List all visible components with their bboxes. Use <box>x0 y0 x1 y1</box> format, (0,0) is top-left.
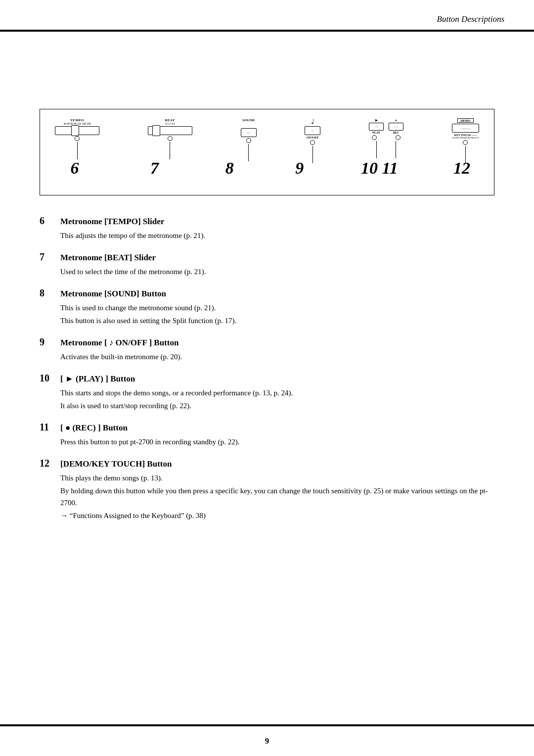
desc-num-6: 6 <box>40 215 54 227</box>
diag-num-6: 6 <box>60 159 89 178</box>
tempo-dot <box>75 136 80 141</box>
rec-label-top: ● <box>395 119 397 122</box>
desc-body-8: This is used to change the metronome sou… <box>40 302 494 327</box>
diagram-numbers-row: 6 7 8 9 10 11 12 <box>55 159 479 178</box>
tempo-knob[interactable] <box>71 125 79 136</box>
beat-label: BEAT <box>165 118 176 122</box>
demo-button[interactable]: ———— <box>452 124 479 133</box>
desc-num-8: 8 <box>40 287 54 299</box>
header: Button Descriptions <box>0 0 534 30</box>
desc-text-10-0: This starts and stops the demo songs, or… <box>60 387 494 399</box>
desc-item-9: 9 Metronome [ ♪ ON/OFF ] Button Activate… <box>40 336 494 363</box>
desc-num-10: 10 <box>40 373 54 384</box>
diagram-section-12: DEMO ———— KEY TOUCH —— LIGHT MEDIUM HEAV… <box>452 118 479 163</box>
sound-dot <box>246 138 251 143</box>
rec-button[interactable]: — <box>389 123 403 131</box>
sound-label: SOUND <box>242 118 255 122</box>
page-number: 9 <box>265 736 269 746</box>
desc-text-11-0: Press this button to put pt-2700 in reco… <box>60 436 494 448</box>
desc-body-10: This starts and stops the demo songs, or… <box>40 387 494 412</box>
key-touch-scale: LIGHT MEDIUM HEAVY <box>452 137 479 139</box>
beat-scale: 0 2 3 4 6 <box>165 122 175 125</box>
desc-num-11: 11 <box>40 422 54 433</box>
desc-header-10: 10 [ ► (PLAY) ] Button <box>40 373 494 384</box>
desc-body-12: This plays the demo songs (p. 13). By ho… <box>40 472 494 521</box>
diag-num-7: 7 <box>140 159 170 178</box>
onoff-dot <box>310 140 315 145</box>
desc-title-7: Metronome [BEAT] Slider <box>60 253 156 263</box>
demo-dot <box>463 140 468 145</box>
diagram-section-10-11: ▶ — PLAY ● — REC <box>369 118 403 158</box>
desc-item-8: 8 Metronome [SOUND] Button This is used … <box>40 287 494 327</box>
desc-item-10: 10 [ ► (PLAY) ] Button This starts and s… <box>40 373 494 412</box>
tempo-slider[interactable] <box>55 126 99 135</box>
onoff-label: ON/OFF <box>307 136 319 139</box>
diagram-section-6: TEMPO 40 60 80 96 120 168 208 <box>55 118 99 159</box>
desc-title-11: [ ● (REC) ] Button <box>60 423 128 433</box>
desc-text-9-0: Activates the built-in metronome (p. 20)… <box>60 351 494 363</box>
desc-body-9: Activates the built-in metronome (p. 20)… <box>40 351 494 363</box>
beat-knob[interactable] <box>152 125 160 136</box>
desc-text-8-0: This is used to change the metronome sou… <box>60 302 494 314</box>
desc-item-6: 6 Metronome [TEMPO] Slider This adjusts … <box>40 215 494 241</box>
desc-text-10-1: It also is used to start/stop recording … <box>60 400 494 412</box>
sound-connector <box>248 144 249 161</box>
desc-header-6: 6 Metronome [TEMPO] Slider <box>40 215 494 227</box>
diag-num-10-11: 10 11 <box>359 159 399 178</box>
beat-dot <box>168 136 173 141</box>
desc-header-11: 11 [ ● (REC) ] Button <box>40 422 494 433</box>
desc-body-7: Used to select the time of the metronome… <box>40 266 494 278</box>
descriptions-list: 6 Metronome [TEMPO] Slider This adjusts … <box>40 215 494 521</box>
play-connector <box>376 141 377 158</box>
metronome-icon: ♩ <box>311 118 314 125</box>
desc-header-8: 8 Metronome [SOUND] Button <box>40 287 494 299</box>
desc-body-11: Press this button to put pt-2700 in reco… <box>40 436 494 448</box>
play-dot <box>372 135 377 140</box>
desc-text-8-1: This button is also used in setting the … <box>60 315 494 327</box>
desc-text-12-1: By holding down this button while you th… <box>60 485 494 509</box>
demo-box-label: DEMO <box>457 118 473 123</box>
desc-text-7-0: Used to select the time of the metronome… <box>60 266 494 278</box>
diagram-section-7: BEAT 0 2 3 4 6 <box>148 118 192 159</box>
desc-title-9: Metronome [ ♪ ON/OFF ] Button <box>60 338 178 348</box>
play-label-top: ▶ <box>375 118 378 122</box>
diag-num-12: 12 <box>449 159 474 178</box>
desc-num-9: 9 <box>40 336 54 348</box>
desc-text-12-0: This plays the demo songs (p. 13). <box>60 472 494 484</box>
diag-num-8: 8 <box>220 159 239 178</box>
desc-item-12: 12 [DEMO/KEY TOUCH] Button This plays th… <box>40 458 494 521</box>
rec-dot <box>396 135 400 140</box>
desc-header-9: 9 Metronome [ ♪ ON/OFF ] Button <box>40 336 494 348</box>
diagram-container: TEMPO 40 60 80 96 120 168 208 BEAT 0 2 3… <box>40 109 494 195</box>
play-button[interactable]: — <box>369 123 384 131</box>
diagram-section-8: SOUND — <box>241 118 257 161</box>
sound-button[interactable]: — <box>241 128 257 137</box>
onoff-connector <box>312 146 313 163</box>
desc-body-6: This adjusts the tempo of the metronome … <box>40 230 494 241</box>
onoff-button[interactable]: — <box>305 126 320 135</box>
desc-title-12: [DEMO/KEY TOUCH] Button <box>60 459 172 469</box>
rec-connector <box>396 141 396 158</box>
desc-text-6-0: This adjusts the tempo of the metronome … <box>60 230 494 241</box>
main-content: TEMPO 40 60 80 96 120 168 208 BEAT 0 2 3… <box>0 59 534 571</box>
desc-title-6: Metronome [TEMPO] Slider <box>60 217 164 227</box>
diagram-section-9: ♩ — ON/OFF <box>305 118 320 163</box>
tempo-connector <box>77 142 78 159</box>
desc-item-11: 11 [ ● (REC) ] Button Press this button … <box>40 422 494 448</box>
desc-title-10: [ ► (PLAY) ] Button <box>60 374 135 384</box>
desc-header-12: 12 [DEMO/KEY TOUCH] Button <box>40 458 494 469</box>
page-title: Button Descriptions <box>437 14 504 24</box>
desc-item-7: 7 Metronome [BEAT] Slider Used to select… <box>40 251 494 278</box>
footer: 9 <box>0 726 534 756</box>
desc-text-12-2: → “Functions Assigned to the Keyboard” (… <box>60 510 494 521</box>
top-divider <box>0 30 534 32</box>
desc-num-7: 7 <box>40 251 54 263</box>
beat-slider[interactable] <box>148 126 192 135</box>
desc-title-8: Metronome [SOUND] Button <box>60 289 166 299</box>
diag-num-9: 9 <box>290 159 310 178</box>
tempo-label: TEMPO <box>70 118 84 122</box>
desc-num-12: 12 <box>40 458 54 469</box>
beat-connector <box>170 142 170 159</box>
desc-header-7: 7 Metronome [BEAT] Slider <box>40 251 494 263</box>
